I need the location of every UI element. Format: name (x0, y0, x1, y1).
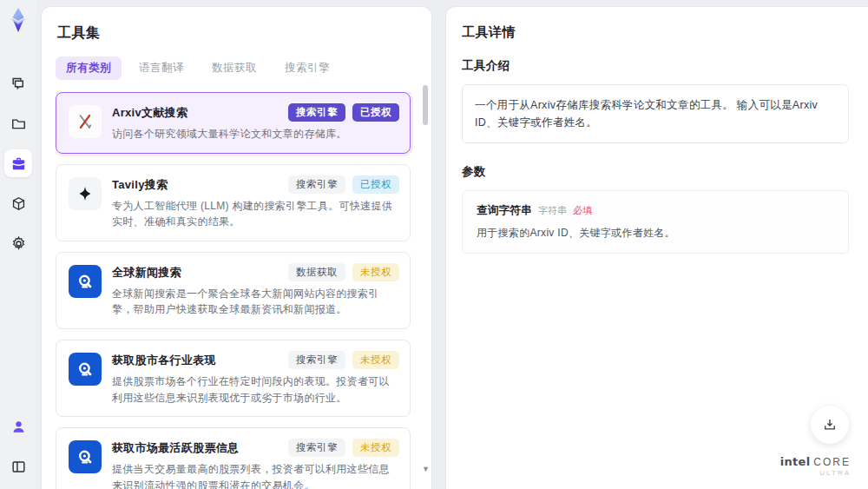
category-tab-1[interactable]: 语言翻译 (128, 56, 194, 80)
category-badge: 搜索引擎 (288, 175, 345, 194)
tool-card-1[interactable]: Tavily搜索 专为人工智能代理 (LLM) 构建的搜索引擎工具。可快速提供实… (56, 164, 411, 241)
tool-list-panel: 工具集 所有类别语言翻译数据获取搜索引擎 Arxiv文献搜索 访问各个研究领域大… (42, 7, 431, 489)
arxiv-logo-icon (69, 105, 102, 138)
category-tab-3[interactable]: 搜索引擎 (274, 56, 340, 80)
toolbox-icon (10, 155, 27, 172)
detail-title: 工具详情 (462, 24, 849, 41)
tool-intro-text: 一个用于从Arxiv存储库搜索科学论文和文章的工具。 输入可以是Arxiv ID… (462, 84, 849, 143)
folder-icon (10, 116, 27, 132)
rail-item-packages[interactable] (4, 189, 32, 217)
auth-status-badge: 已授权 (352, 103, 399, 122)
ultra-wordmark: ULTRA (780, 470, 851, 477)
params-section-title: 参数 (462, 164, 849, 180)
category-badge: 搜索引擎 (288, 103, 345, 122)
parameter-header: 查询字符串 字符串 必填 (477, 203, 834, 218)
scrollbar-down-arrow[interactable]: ▼ (422, 465, 430, 473)
content-area: 工具集 所有类别语言翻译数据获取搜索引擎 Arxiv文献搜索 访问各个研究领域大… (36, 7, 868, 489)
intel-core-logo: intel CORE ULTRA (780, 456, 851, 477)
chat-icon (10, 76, 27, 92)
category-badge: 搜索引擎 (288, 351, 345, 369)
core-wordmark: CORE (813, 456, 851, 468)
panel-collapse-icon (10, 459, 27, 475)
gear-icon (10, 235, 27, 252)
scrollbar-thumb[interactable] (423, 85, 428, 125)
auth-status-badge: 未授权 (352, 439, 399, 457)
auth-status-badge: 未授权 (352, 263, 399, 281)
intel-wordmark: intel (780, 455, 811, 468)
parameter-description: 用于搜索的Arxiv ID、关键字或作者姓名。 (477, 226, 834, 241)
category-tab-2[interactable]: 数据获取 (201, 56, 267, 80)
user-icon (10, 419, 27, 435)
tool-description: 访问各个研究领域大量科学论文和文章的存储库。 (112, 126, 399, 142)
tool-description: 提供股票市场各个行业在特定时间段内的表现。投资者可以利用这些信息来识别表现优于或… (112, 373, 399, 406)
tool-description: 提供当天交易量最高的股票列表，投资者可以利用这些信息来识别流动性强的股票和潜在的… (112, 461, 399, 489)
user-avatar[interactable] (4, 413, 32, 440)
tool-card-0[interactable]: Arxiv文献搜索 访问各个研究领域大量科学论文和文章的存储库。 搜索引擎 已授… (56, 92, 411, 154)
rail-item-chat[interactable] (4, 69, 32, 97)
intro-section-title: 工具介绍 (462, 58, 849, 74)
category-badge: 搜索引擎 (288, 439, 345, 457)
news-search-icon (69, 353, 102, 386)
rail-item-settings[interactable] (4, 229, 32, 257)
news-search-icon (69, 440, 102, 473)
tool-card-4[interactable]: 获取市场最活跃股票信息 提供当天交易量最高的股票列表，投资者可以利用这些信息来识… (56, 427, 411, 489)
parameter-type: 字符串 (538, 204, 567, 217)
download-button[interactable] (811, 406, 849, 444)
parameter-required-flag: 必填 (573, 204, 592, 217)
app-logo-icon[interactable] (5, 7, 31, 33)
tool-detail-panel: 工具详情 工具介绍 一个用于从Arxiv存储库搜索科学论文和文章的工具。 输入可… (446, 7, 868, 489)
list-scrollbar[interactable]: ▼ (422, 83, 429, 489)
tool-card-2[interactable]: 全球新闻搜索 全球新闻搜索是一个聚合全球各大新闻网站内容的搜索引擎，帮助用户快速… (56, 252, 411, 329)
tool-description: 专为人工智能代理 (LLM) 构建的搜索引擎工具。可快速提供实时、准确和真实的结… (112, 198, 399, 230)
collapse-sidebar-button[interactable] (4, 453, 32, 480)
parameter-card: 查询字符串 字符串 必填 用于搜索的Arxiv ID、关键字或作者姓名。 (462, 190, 849, 254)
auth-status-badge: 未授权 (352, 351, 399, 369)
rail-item-toolbox[interactable] (4, 149, 32, 177)
download-icon (822, 417, 838, 433)
tool-description: 全球新闻搜索是一个聚合全球各大新闻网站内容的搜索引擎，帮助用户快速获取全球最新资… (112, 286, 399, 318)
tool-card-3[interactable]: 获取股市各行业表现 提供股票市场各个行业在特定时间段内的表现。投资者可以利用这些… (56, 340, 411, 417)
parameter-name: 查询字符串 (477, 203, 532, 218)
rail-item-files[interactable] (4, 109, 32, 137)
news-search-icon (69, 265, 102, 298)
cube-icon (10, 195, 27, 212)
left-rail (0, 0, 36, 489)
category-tab-0[interactable]: 所有类别 (56, 56, 122, 80)
category-badge: 数据获取 (288, 263, 345, 281)
page-title: 工具集 (57, 24, 419, 43)
tavily-sparkle-icon (69, 177, 102, 210)
auth-status-badge: 已授权 (352, 175, 399, 194)
tool-card-list: Arxiv文献搜索 访问各个研究领域大量科学论文和文章的存储库。 搜索引擎 已授… (56, 92, 419, 489)
category-tabs: 所有类别语言翻译数据获取搜索引擎 (56, 56, 419, 80)
